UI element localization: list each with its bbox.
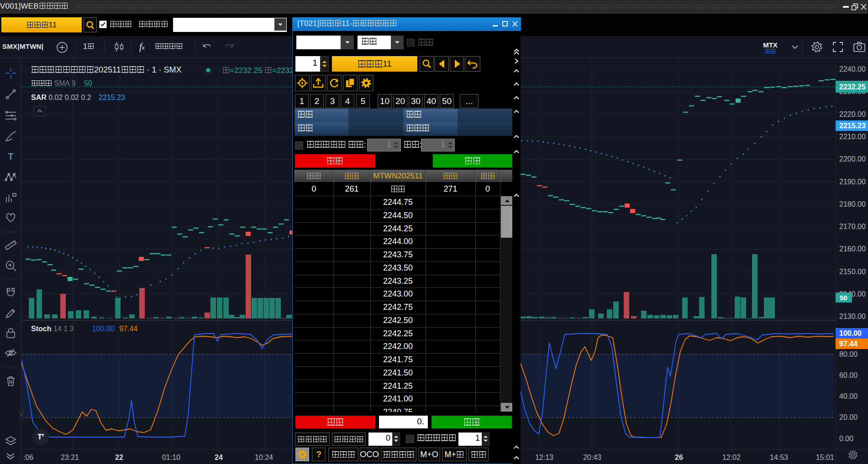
svg-text:2170.00: 2170.00: [839, 223, 866, 230]
svg-text:01:10: 01:10: [162, 454, 180, 461]
svg-text::06: :06: [23, 454, 33, 461]
svg-text:22: 22: [115, 454, 123, 461]
svg-text:40.00: 40.00: [839, 392, 857, 400]
svg-text:2150.00: 2150.00: [839, 268, 866, 276]
svg-text:T: T: [8, 151, 14, 162]
svg-text:2232.25: 2232.25: [839, 83, 866, 91]
svg-text:20.00: 20.00: [839, 413, 857, 421]
svg-text:24: 24: [215, 454, 223, 461]
svg-text:2180.00: 2180.00: [839, 200, 866, 208]
svg-text:26: 26: [675, 454, 683, 461]
svg-text:2215.23: 2215.23: [839, 122, 866, 130]
svg-text:100.00: 100.00: [839, 329, 862, 337]
svg-text:12:02: 12:02: [722, 454, 741, 461]
svg-text:2240.00: 2240.00: [839, 65, 866, 73]
svg-text:2220.00: 2220.00: [839, 110, 866, 118]
svg-text:60.00: 60.00: [839, 371, 857, 379]
svg-text:23:21: 23:21: [61, 454, 79, 461]
svg-text:14:53: 14:53: [770, 454, 788, 461]
svg-text:97.44: 97.44: [839, 340, 857, 348]
svg-text:0.00: 0.00: [839, 435, 853, 443]
svg-text:12:13: 12:13: [535, 454, 553, 461]
svg-text:15:01: 15:01: [816, 454, 834, 461]
svg-text:50: 50: [840, 294, 847, 302]
svg-text:2210.00: 2210.00: [839, 133, 866, 141]
svg-text:2200.00: 2200.00: [839, 155, 866, 163]
svg-text:80.00: 80.00: [839, 350, 857, 358]
svg-text:20:43: 20:43: [583, 454, 601, 461]
svg-text:2160.00: 2160.00: [839, 245, 866, 253]
svg-text:2190.00: 2190.00: [839, 178, 866, 186]
svg-text:10:24: 10:24: [255, 454, 273, 461]
svg-text:2130.00: 2130.00: [839, 313, 866, 320]
